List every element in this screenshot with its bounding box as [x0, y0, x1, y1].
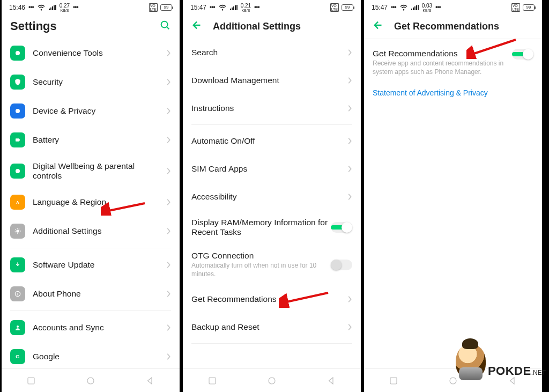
settings-item-update[interactable]: Software Update	[2, 250, 180, 279]
settings-icon	[10, 224, 25, 239]
settings-item-accounts[interactable]: Accounts and Sync	[2, 313, 180, 342]
battery-icon: 99	[160, 4, 172, 11]
additional-item-label: Download Management	[191, 76, 347, 85]
additional-item-sub: Automatically turn off when not in use f…	[191, 262, 331, 278]
additional-item-label: SIM Card Apps	[191, 164, 347, 174]
svg-text:i: i	[17, 292, 18, 296]
svg-point-6	[16, 169, 20, 173]
additional-item[interactable]: Accessibility	[183, 183, 361, 211]
svg-rect-18	[390, 378, 397, 384]
additional-item[interactable]: Instructions	[183, 94, 361, 122]
cell-icon	[230, 5, 238, 10]
settings-item-label: Security	[33, 77, 166, 87]
settings-item-settings[interactable]: Additional Settings	[2, 217, 180, 246]
svg-line-1	[167, 27, 169, 29]
additional-item[interactable]: Display RAM/Memory Information for Recen…	[183, 211, 361, 244]
volte-icon: VOLTE	[149, 3, 158, 12]
battery-icon: 99	[342, 4, 353, 11]
home-button[interactable]	[69, 376, 112, 386]
settings-item-about[interactable]: iAbout Phone	[2, 279, 180, 308]
privacy-statement-link[interactable]: Statement of Advertising & Privacy	[364, 83, 542, 102]
toggle-switch[interactable]	[331, 260, 352, 270]
status-bar: 15:47 ••• 0.21KB/S ••• VOLTE 99	[183, 0, 361, 15]
settings-item-language[interactable]: ALanguage & Region	[2, 188, 180, 217]
settings-item-wellbeing[interactable]: Digital Wellbeing & parental controls	[2, 154, 180, 188]
softkeys	[183, 368, 361, 392]
battery-icon: 99	[523, 4, 535, 11]
svg-rect-16	[209, 378, 216, 384]
status-dots-icon: •••	[210, 4, 215, 11]
svg-rect-5	[19, 139, 20, 141]
settings-item-tools[interactable]: Convenience Tools	[2, 39, 180, 68]
recent-button[interactable]	[10, 376, 53, 386]
svg-point-12	[17, 326, 19, 328]
page-title: Additional Settings	[213, 21, 352, 32]
settings-item-shield[interactable]: Security	[2, 68, 180, 97]
settings-item-google[interactable]: GGoogle	[2, 342, 180, 368]
status-speed: 0.27KB/S	[60, 3, 70, 12]
settings-item-label: Google	[33, 352, 166, 361]
additional-item-label: Backup and Reset	[191, 322, 347, 332]
recent-button[interactable]	[191, 376, 234, 386]
status-time: 15:47	[372, 4, 388, 11]
additional-item[interactable]: Search	[183, 39, 361, 66]
volte-icon: VOLTE	[511, 3, 520, 12]
settings-item-label: Digital Wellbeing & parental controls	[33, 161, 166, 181]
additional-item-label: Accessibility	[191, 192, 347, 202]
additional-item[interactable]: SIM Card Apps	[183, 155, 361, 183]
settings-item-privacy[interactable]: Device & Privacy	[2, 97, 180, 125]
additional-item[interactable]: Get Recommendations	[183, 285, 361, 313]
wifi-icon	[399, 3, 408, 13]
google-icon: G	[10, 349, 25, 364]
page-title: Settings	[10, 19, 150, 33]
back-arrow-icon[interactable]	[191, 19, 203, 33]
additional-item[interactable]: OTG ConnectionAutomatically turn off whe…	[183, 244, 361, 285]
softkeys	[2, 368, 180, 392]
additional-item-label: Get Recommendations	[191, 294, 347, 304]
status-dots-icon: •••	[73, 4, 78, 11]
wifi-icon	[37, 3, 46, 13]
settings-item-label: Device & Privacy	[33, 106, 166, 116]
back-button[interactable]	[310, 376, 353, 386]
settings-item-battery[interactable]: Battery	[2, 125, 180, 154]
status-speed: 0.03KB/S	[422, 3, 432, 12]
additional-list: SearchDownload ManagementInstructionsAut…	[183, 39, 361, 368]
language-icon: A	[10, 195, 25, 210]
page-header: Get Recommendations	[364, 15, 542, 39]
tools-icon	[10, 46, 25, 61]
toggle-sub: Receive app and content recommendations …	[373, 60, 512, 76]
additional-item[interactable]: Backup and Reset	[183, 313, 361, 341]
additional-item[interactable]: Download Management	[183, 66, 361, 94]
toggle-switch[interactable]	[512, 49, 533, 60]
settings-item-label: About Phone	[33, 289, 166, 299]
svg-point-3	[16, 109, 20, 113]
page-header: Settings	[2, 15, 180, 39]
back-arrow-icon[interactable]	[373, 19, 384, 33]
additional-item[interactable]: Automatic On/Off	[183, 127, 361, 155]
page-title: Get Recommendations	[394, 21, 533, 32]
screen-get-recommendations: 15:47 ••• 0.03KB/S ••• VOLTE 99 Get Reco…	[362, 0, 544, 392]
back-button[interactable]	[129, 376, 172, 386]
screen-settings: 15:46 ••• 0.27KB/S ••• VOLTE 99 Settings…	[0, 0, 181, 392]
status-dots-icon: •••	[391, 4, 396, 11]
status-bar: 15:46 ••• 0.27KB/S ••• VOLTE 99	[2, 0, 180, 15]
additional-item-label: Display RAM/Memory Information for Recen…	[191, 218, 331, 237]
watermark-suffix: .NET	[531, 369, 546, 376]
get-recommendations-toggle-row[interactable]: Get Recommendations Receive app and cont…	[364, 39, 542, 83]
accounts-icon	[10, 320, 25, 335]
svg-text:G: G	[16, 354, 19, 359]
status-bar: 15:47 ••• 0.03KB/S ••• VOLTE 99	[364, 0, 542, 15]
cell-icon	[411, 5, 419, 10]
svg-point-17	[269, 378, 275, 384]
home-button[interactable]	[250, 376, 293, 386]
screen-additional-settings: 15:47 ••• 0.21KB/S ••• VOLTE 99 Addition…	[181, 0, 362, 392]
additional-item-label: Instructions	[191, 103, 347, 113]
search-button[interactable]	[159, 19, 171, 33]
recent-button[interactable]	[372, 376, 415, 386]
toggle-switch[interactable]	[331, 222, 352, 233]
status-dots-icon: •••	[28, 4, 34, 11]
additional-item-label: OTG Connection	[191, 251, 331, 261]
status-time: 15:46	[9, 4, 25, 11]
status-dots-icon: •••	[254, 4, 259, 11]
watermark: POKDE.NET	[456, 344, 546, 378]
